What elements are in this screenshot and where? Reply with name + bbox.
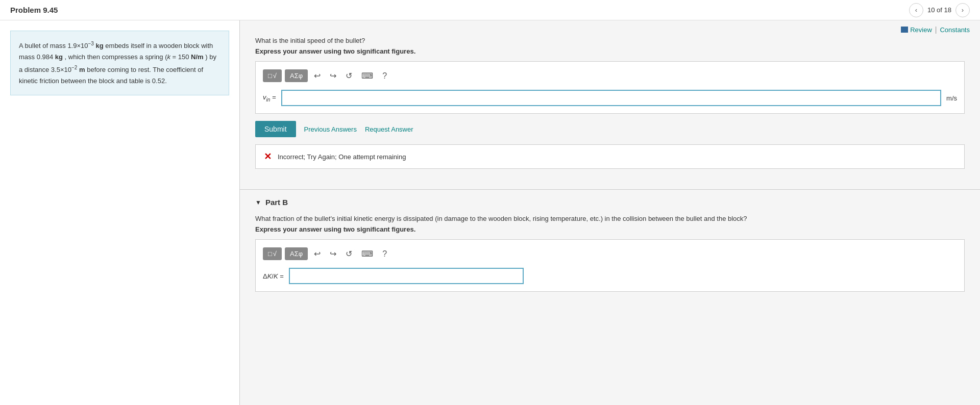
part-a-input-label: vin = bbox=[263, 93, 276, 103]
problem-box: A bullet of mass 1.9×10−3 kg embeds itse… bbox=[10, 31, 229, 95]
part-a-input-row: vin = m/s bbox=[263, 90, 957, 106]
review-link[interactable]: Review bbox=[910, 26, 932, 34]
undo-button-b[interactable]: ↩ bbox=[311, 247, 324, 261]
previous-answers-link-a[interactable]: Previous Answers bbox=[304, 125, 357, 133]
part-b-input-row: ΔK/K = bbox=[263, 268, 957, 284]
part-b-question: What fraction of the bullet's initial ki… bbox=[255, 215, 965, 222]
part-a-instruction: Express your answer using two significan… bbox=[255, 47, 965, 55]
right-panel: Review | Constants What is the initial s… bbox=[240, 20, 980, 405]
nav-controls: ‹ 10 of 18 › bbox=[909, 3, 970, 17]
symbol-button-b[interactable]: AΣφ bbox=[285, 247, 308, 260]
incorrect-icon: ✕ bbox=[264, 151, 272, 162]
math-icon-a: □ bbox=[268, 72, 272, 80]
part-a-input[interactable] bbox=[281, 90, 942, 106]
keyboard-button-a[interactable]: ⌨ bbox=[358, 69, 376, 83]
feedback-text: Incorrect; Try Again; One attempt remain… bbox=[278, 153, 406, 161]
divider: | bbox=[935, 26, 937, 34]
nav-count: 10 of 18 bbox=[927, 6, 951, 14]
left-panel: A bullet of mass 1.9×10−3 kg embeds itse… bbox=[0, 20, 240, 405]
part-b-instruction: Express your answer using two significan… bbox=[255, 225, 965, 233]
constants-link[interactable]: Constants bbox=[940, 26, 970, 34]
help-button-b[interactable]: ? bbox=[379, 247, 390, 261]
review-icon bbox=[901, 27, 908, 33]
part-a-section: What is the initial speed of the bullet?… bbox=[240, 37, 980, 189]
main-layout: A bullet of mass 1.9×10−3 kg embeds itse… bbox=[0, 20, 980, 405]
part-a-submit-row: Submit Previous Answers Request Answer bbox=[255, 121, 965, 137]
submit-button-a[interactable]: Submit bbox=[255, 121, 296, 137]
prev-button[interactable]: ‹ bbox=[909, 3, 923, 17]
part-b-answer-box: □ √ AΣφ ↩ ↪ ↺ ⌨ ? ΔK/K = bbox=[255, 239, 965, 292]
math-icon-b2: √ bbox=[273, 250, 277, 258]
header: Problem 9.45 ‹ 10 of 18 › bbox=[0, 0, 980, 20]
part-b-input[interactable] bbox=[289, 268, 524, 284]
reset-button-b[interactable]: ↺ bbox=[342, 247, 355, 261]
part-a-feedback: ✕ Incorrect; Try Again; One attempt rema… bbox=[255, 144, 965, 169]
next-button[interactable]: › bbox=[955, 3, 970, 17]
part-a-question: What is the initial speed of the bullet? bbox=[255, 37, 965, 44]
help-button-a[interactable]: ? bbox=[379, 69, 390, 83]
part-a-unit: m/s bbox=[946, 94, 957, 102]
symbol-button-a[interactable]: AΣφ bbox=[285, 69, 308, 82]
reset-button-a[interactable]: ↺ bbox=[342, 69, 355, 83]
part-a-toolbar: □ √ AΣφ ↩ ↪ ↺ ⌨ ? bbox=[263, 69, 957, 83]
part-divider bbox=[240, 189, 980, 190]
problem-text: A bullet of mass 1.9×10−3 kg embeds itse… bbox=[19, 42, 216, 85]
request-answer-link-a[interactable]: Request Answer bbox=[365, 125, 413, 133]
undo-button-a[interactable]: ↩ bbox=[311, 69, 324, 83]
math-button-b[interactable]: □ √ bbox=[263, 247, 282, 260]
top-links: Review | Constants bbox=[240, 20, 980, 37]
problem-title: Problem 9.45 bbox=[10, 6, 58, 14]
keyboard-button-b[interactable]: ⌨ bbox=[358, 247, 376, 261]
part-b-header: ▼ Part B bbox=[255, 198, 965, 207]
part-b-section: ▼ Part B What fraction of the bullet's i… bbox=[240, 198, 980, 309]
math-button-a[interactable]: □ √ bbox=[263, 69, 282, 82]
sqrt-icon-b: □ bbox=[268, 250, 272, 258]
redo-button-a[interactable]: ↪ bbox=[327, 69, 339, 83]
part-b-arrow[interactable]: ▼ bbox=[255, 199, 261, 206]
part-a-answer-box: □ √ AΣφ ↩ ↪ ↺ ⌨ ? vin = m/s bbox=[255, 61, 965, 114]
part-b-label: Part B bbox=[265, 198, 288, 207]
part-b-toolbar: □ √ AΣφ ↩ ↪ ↺ ⌨ ? bbox=[263, 247, 957, 261]
redo-button-b[interactable]: ↪ bbox=[327, 247, 339, 261]
sqrt-icon-a: √ bbox=[273, 72, 277, 80]
part-b-input-label: ΔK/K = bbox=[263, 272, 284, 280]
